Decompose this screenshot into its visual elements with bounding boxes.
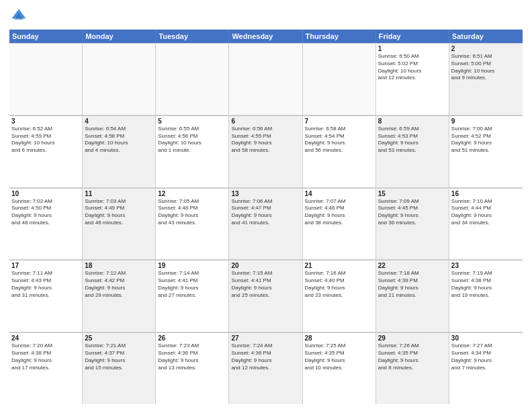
- day-info: Sunrise: 6:55 AM Sunset: 4:56 PM Dayligh…: [158, 126, 226, 154]
- calendar-row-4: 17Sunrise: 7:11 AM Sunset: 4:43 PM Dayli…: [9, 260, 523, 332]
- header: [9, 7, 523, 26]
- calendar-cell: 26Sunrise: 7:23 AM Sunset: 4:36 PM Dayli…: [156, 332, 229, 404]
- day-info: Sunrise: 7:06 AM Sunset: 4:47 PM Dayligh…: [231, 198, 300, 227]
- day-info: Sunrise: 7:02 AM Sunset: 4:50 PM Dayligh…: [11, 198, 80, 227]
- day-number: 13: [231, 190, 300, 197]
- calendar-cell: 20Sunrise: 7:15 AM Sunset: 4:41 PM Dayli…: [229, 260, 302, 332]
- day-number: 12: [158, 190, 226, 197]
- day-info: Sunrise: 6:52 AM Sunset: 4:59 PM Dayligh…: [11, 126, 80, 154]
- calendar-row-1: 1Sunrise: 6:50 AM Sunset: 5:02 PM Daylig…: [9, 43, 523, 116]
- calendar-cell: 5Sunrise: 6:55 AM Sunset: 4:56 PM Daylig…: [156, 116, 229, 187]
- calendar-cell: 16Sunrise: 7:10 AM Sunset: 4:44 PM Dayli…: [449, 188, 523, 260]
- calendar-cell: 8Sunrise: 6:59 AM Sunset: 4:53 PM Daylig…: [376, 116, 449, 187]
- calendar-cell: 2Sunrise: 6:51 AM Sunset: 5:00 PM Daylig…: [449, 43, 523, 115]
- header-day-tuesday: Tuesday: [156, 30, 229, 43]
- day-number: 4: [85, 118, 153, 125]
- day-number: 7: [305, 118, 373, 125]
- calendar-cell: [9, 43, 83, 115]
- day-number: 25: [85, 334, 153, 342]
- calendar-body: 1Sunrise: 6:50 AM Sunset: 5:02 PM Daylig…: [9, 43, 523, 404]
- calendar-cell: 27Sunrise: 7:24 AM Sunset: 4:36 PM Dayli…: [229, 332, 302, 404]
- day-number: 24: [11, 334, 80, 342]
- day-info: Sunrise: 6:59 AM Sunset: 4:53 PM Dayligh…: [378, 126, 447, 154]
- day-info: Sunrise: 7:23 AM Sunset: 4:36 PM Dayligh…: [158, 342, 226, 371]
- day-number: 5: [158, 118, 226, 125]
- day-number: 10: [11, 190, 80, 197]
- day-number: 21: [305, 262, 373, 269]
- day-number: 6: [231, 118, 300, 125]
- calendar-cell: 21Sunrise: 7:16 AM Sunset: 4:40 PM Dayli…: [303, 260, 376, 332]
- day-number: 8: [378, 118, 447, 125]
- calendar-cell: 25Sunrise: 7:21 AM Sunset: 4:37 PM Dayli…: [83, 332, 156, 404]
- header-day-friday: Friday: [376, 30, 449, 43]
- calendar-cell: 4Sunrise: 6:54 AM Sunset: 4:58 PM Daylig…: [83, 116, 156, 187]
- day-number: 28: [305, 334, 373, 342]
- day-info: Sunrise: 7:14 AM Sunset: 4:41 PM Dayligh…: [158, 270, 226, 299]
- calendar-cell: 9Sunrise: 7:00 AM Sunset: 4:52 PM Daylig…: [449, 116, 523, 187]
- header-day-monday: Monday: [83, 30, 156, 43]
- day-number: 27: [231, 334, 300, 342]
- calendar-cell: 15Sunrise: 7:09 AM Sunset: 4:45 PM Dayli…: [376, 188, 449, 260]
- calendar-cell: 3Sunrise: 6:52 AM Sunset: 4:59 PM Daylig…: [9, 116, 83, 187]
- day-number: 2: [451, 45, 521, 52]
- day-number: 23: [451, 262, 521, 269]
- calendar-row-2: 3Sunrise: 6:52 AM Sunset: 4:59 PM Daylig…: [9, 116, 523, 188]
- calendar-cell: 30Sunrise: 7:27 AM Sunset: 4:34 PM Dayli…: [449, 332, 523, 404]
- day-info: Sunrise: 7:21 AM Sunset: 4:37 PM Dayligh…: [85, 342, 153, 371]
- calendar-header: SundayMondayTuesdayWednesdayThursdayFrid…: [9, 30, 523, 43]
- day-number: 18: [85, 262, 153, 269]
- calendar-cell: 1Sunrise: 6:50 AM Sunset: 5:02 PM Daylig…: [376, 43, 449, 115]
- calendar-cell: 13Sunrise: 7:06 AM Sunset: 4:47 PM Dayli…: [229, 188, 302, 260]
- calendar-cell: 29Sunrise: 7:26 AM Sunset: 4:35 PM Dayli…: [376, 332, 449, 404]
- day-info: Sunrise: 7:10 AM Sunset: 4:44 PM Dayligh…: [451, 198, 521, 227]
- day-info: Sunrise: 7:09 AM Sunset: 4:45 PM Dayligh…: [378, 198, 447, 227]
- calendar-cell: 23Sunrise: 7:19 AM Sunset: 4:38 PM Dayli…: [449, 260, 523, 332]
- calendar-cell: 14Sunrise: 7:07 AM Sunset: 4:46 PM Dayli…: [303, 188, 376, 260]
- day-info: Sunrise: 7:12 AM Sunset: 4:42 PM Dayligh…: [85, 270, 153, 299]
- calendar-cell: 24Sunrise: 7:20 AM Sunset: 4:38 PM Dayli…: [9, 332, 83, 404]
- day-info: Sunrise: 6:50 AM Sunset: 5:02 PM Dayligh…: [378, 53, 447, 82]
- day-number: 11: [85, 190, 153, 197]
- calendar-cell: 6Sunrise: 6:56 AM Sunset: 4:55 PM Daylig…: [229, 116, 302, 187]
- header-day-thursday: Thursday: [303, 30, 376, 43]
- day-number: 14: [305, 190, 373, 197]
- day-info: Sunrise: 7:26 AM Sunset: 4:35 PM Dayligh…: [378, 342, 447, 371]
- day-number: 9: [451, 118, 521, 125]
- calendar-cell: [83, 43, 156, 115]
- calendar-cell: 11Sunrise: 7:03 AM Sunset: 4:49 PM Dayli…: [83, 188, 156, 260]
- day-info: Sunrise: 7:03 AM Sunset: 4:49 PM Dayligh…: [85, 198, 153, 227]
- header-day-saturday: Saturday: [449, 30, 523, 43]
- logo-icon: [9, 7, 28, 26]
- day-info: Sunrise: 7:27 AM Sunset: 4:34 PM Dayligh…: [451, 342, 521, 371]
- calendar-cell: 7Sunrise: 6:58 AM Sunset: 4:54 PM Daylig…: [303, 116, 376, 187]
- calendar-cell: 19Sunrise: 7:14 AM Sunset: 4:41 PM Dayli…: [156, 260, 229, 332]
- header-day-sunday: Sunday: [9, 30, 83, 43]
- day-number: 1: [378, 45, 447, 52]
- day-info: Sunrise: 7:24 AM Sunset: 4:36 PM Dayligh…: [231, 342, 300, 371]
- logo: [9, 7, 31, 26]
- calendar-cell: [303, 43, 376, 115]
- day-info: Sunrise: 7:11 AM Sunset: 4:43 PM Dayligh…: [11, 270, 80, 299]
- day-number: 19: [158, 262, 226, 269]
- calendar-cell: 28Sunrise: 7:25 AM Sunset: 4:35 PM Dayli…: [303, 332, 376, 404]
- day-number: 29: [378, 334, 447, 342]
- day-info: Sunrise: 7:18 AM Sunset: 4:39 PM Dayligh…: [378, 270, 447, 299]
- day-info: Sunrise: 7:07 AM Sunset: 4:46 PM Dayligh…: [305, 198, 373, 227]
- day-info: Sunrise: 7:19 AM Sunset: 4:38 PM Dayligh…: [451, 270, 521, 299]
- day-number: 17: [11, 262, 80, 269]
- calendar-row-5: 24Sunrise: 7:20 AM Sunset: 4:38 PM Dayli…: [9, 332, 523, 404]
- day-number: 26: [158, 334, 226, 342]
- calendar-cell: 10Sunrise: 7:02 AM Sunset: 4:50 PM Dayli…: [9, 188, 83, 260]
- day-info: Sunrise: 7:16 AM Sunset: 4:40 PM Dayligh…: [305, 270, 373, 299]
- calendar-cell: 18Sunrise: 7:12 AM Sunset: 4:42 PM Dayli…: [83, 260, 156, 332]
- day-number: 30: [451, 334, 521, 342]
- page: SundayMondayTuesdayWednesdayThursdayFrid…: [0, 0, 532, 411]
- calendar-cell: 22Sunrise: 7:18 AM Sunset: 4:39 PM Dayli…: [376, 260, 449, 332]
- calendar: SundayMondayTuesdayWednesdayThursdayFrid…: [9, 30, 523, 404]
- calendar-cell: [229, 43, 302, 115]
- day-number: 16: [451, 190, 521, 197]
- day-info: Sunrise: 7:05 AM Sunset: 4:48 PM Dayligh…: [158, 198, 226, 227]
- day-info: Sunrise: 7:00 AM Sunset: 4:52 PM Dayligh…: [451, 126, 521, 154]
- day-info: Sunrise: 6:56 AM Sunset: 4:55 PM Dayligh…: [231, 126, 300, 154]
- day-info: Sunrise: 7:20 AM Sunset: 4:38 PM Dayligh…: [11, 342, 80, 371]
